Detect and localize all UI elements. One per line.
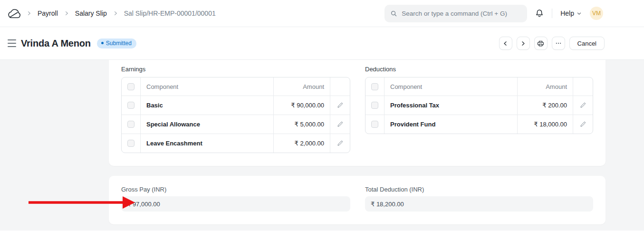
total-deduction-field: Total Deduction (INR) ₹ 18,200.00: [365, 186, 593, 224]
table-row-professional-tax[interactable]: Professional Tax ₹ 200.00: [365, 96, 593, 115]
user-avatar[interactable]: VM: [590, 7, 603, 20]
gross-pay-field: Gross Pay (INR) ₹ 97,000.00: [121, 186, 350, 224]
pencil-icon: [337, 121, 343, 127]
row-edit-button[interactable]: [580, 102, 586, 108]
sidebar-toggle-button[interactable]: [8, 39, 17, 47]
more-actions-button[interactable]: [552, 37, 565, 50]
deductions-header-row: Component Amount: [365, 77, 593, 96]
breadcrumb: Payroll Salary Slip Sal Slip/HR-EMP-0000…: [26, 10, 216, 17]
earnings-table: Component Amount Basic ₹ 90,000.00 Spec: [121, 77, 350, 153]
ellipsis-icon: [555, 40, 562, 47]
component-name: Provident Fund: [384, 115, 517, 134]
status-dot-icon: [101, 42, 104, 44]
breadcrumb-current-doc: Sal Slip/HR-EMP-00001/00001: [124, 10, 216, 17]
row-edit-button[interactable]: [580, 121, 586, 127]
help-menu[interactable]: Help: [560, 10, 582, 17]
total-deduction-label: Total Deduction (INR): [365, 186, 593, 193]
row-edit-button[interactable]: [337, 121, 343, 127]
component-name: Professional Tax: [384, 96, 517, 115]
totals-card: Gross Pay (INR) ₹ 97,000.00 Total Deduct…: [109, 176, 606, 224]
chevron-right-icon: [64, 10, 69, 16]
gross-pay-label: Gross Pay (INR): [121, 186, 350, 193]
pencil-icon: [580, 121, 586, 127]
next-document-button[interactable]: [517, 37, 530, 50]
row-checkbox[interactable]: [371, 102, 378, 109]
chevron-down-icon: [577, 11, 582, 16]
global-search[interactable]: [384, 5, 527, 22]
earnings-section-label: Earnings: [121, 66, 350, 73]
component-amount: ₹ 2,000.00: [273, 134, 330, 153]
select-all-checkbox[interactable]: [127, 83, 135, 90]
component-amount: ₹ 18,000.00: [517, 115, 573, 134]
prev-document-button[interactable]: [499, 37, 512, 50]
salary-components-card: Earnings Component Amount Basic ₹ 90,000…: [109, 60, 606, 166]
search-input[interactable]: [402, 10, 521, 17]
column-header-component: Component: [140, 77, 273, 96]
status-badge: Submitted: [97, 38, 136, 48]
print-button[interactable]: [534, 37, 548, 50]
chevron-right-icon: [113, 10, 118, 16]
form-body: Earnings Component Amount Basic ₹ 90,000…: [0, 60, 644, 231]
breadcrumb-payroll[interactable]: Payroll: [38, 10, 58, 17]
breadcrumb-salary-slip[interactable]: Salary Slip: [75, 10, 107, 17]
earnings-section: Earnings Component Amount Basic ₹ 90,000…: [121, 66, 350, 166]
notifications-button[interactable]: [535, 9, 544, 18]
column-header-amount: Amount: [273, 77, 330, 96]
page-title: Vrinda A Menon: [21, 38, 91, 49]
row-checkbox[interactable]: [371, 121, 378, 128]
top-navbar: Payroll Salary Slip Sal Slip/HR-EMP-0000…: [0, 0, 644, 27]
navbar-divider: [552, 9, 552, 18]
pencil-icon: [580, 102, 586, 108]
deductions-section-label: Deductions: [365, 66, 593, 73]
app-logo-icon[interactable]: [8, 9, 20, 19]
gross-pay-input[interactable]: ₹ 97,000.00: [121, 196, 350, 212]
chevron-right-icon: [26, 10, 32, 16]
table-row-basic[interactable]: Basic ₹ 90,000.00: [122, 96, 350, 115]
deductions-table: Component Amount Professional Tax ₹ 200.…: [365, 77, 593, 134]
printer-icon: [537, 40, 544, 47]
total-deduction-input[interactable]: ₹ 18,200.00: [365, 196, 593, 212]
deductions-section: Deductions Component Amount Professional…: [365, 66, 593, 166]
chevron-left-icon: [502, 40, 509, 47]
row-edit-button[interactable]: [337, 102, 343, 108]
component-amount: ₹ 90,000.00: [273, 96, 330, 115]
table-row-leave-encashment[interactable]: Leave Encashment ₹ 2,000.00: [122, 134, 350, 153]
select-all-checkbox[interactable]: [371, 83, 378, 90]
row-checkbox[interactable]: [127, 121, 135, 128]
page-head: Vrinda A Menon Submitted: [0, 27, 644, 60]
earnings-header-row: Component Amount: [122, 77, 350, 96]
column-header-component: Component: [384, 77, 517, 96]
component-amount: ₹ 5,000.00: [273, 115, 330, 134]
table-row-provident-fund[interactable]: Provident Fund ₹ 18,000.00: [365, 115, 593, 134]
pencil-icon: [337, 102, 343, 108]
row-checkbox[interactable]: [127, 140, 135, 147]
chevron-right-icon: [520, 40, 526, 47]
row-edit-button[interactable]: [337, 140, 343, 146]
column-header-amount: Amount: [517, 77, 573, 96]
component-name: Special Allowance: [140, 115, 273, 134]
pencil-icon: [337, 140, 343, 146]
component-name: Basic: [140, 96, 273, 115]
bell-icon: [535, 9, 544, 18]
component-amount: ₹ 200.00: [517, 96, 573, 115]
component-name: Leave Encashment: [140, 134, 273, 153]
cancel-button[interactable]: Cancel: [569, 37, 605, 50]
row-checkbox[interactable]: [127, 102, 135, 109]
help-label: Help: [560, 10, 574, 17]
search-icon: [390, 10, 397, 17]
table-row-special-allowance[interactable]: Special Allowance ₹ 5,000.00: [122, 115, 350, 134]
